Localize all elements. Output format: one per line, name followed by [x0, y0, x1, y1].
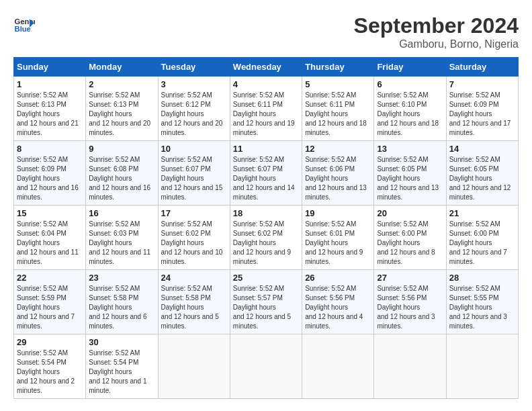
- day-cell-11: 11 Sunrise: 5:52 AMSunset: 6:07 PMDaylig…: [230, 141, 302, 205]
- day-cell-14: 14 Sunrise: 5:52 AMSunset: 6:05 PMDaylig…: [446, 141, 518, 205]
- day-number: 9: [89, 144, 154, 154]
- header-thursday: Thursday: [302, 58, 374, 77]
- day-number: 5: [305, 79, 371, 89]
- day-cell-26: 26 Sunrise: 5:52 AMSunset: 5:56 PMDaylig…: [302, 270, 374, 334]
- calendar-week-3: 15 Sunrise: 5:52 AMSunset: 6:04 PMDaylig…: [14, 205, 519, 270]
- calendar-header-row: SundayMondayTuesdayWednesdayThursdayFrid…: [14, 58, 519, 77]
- day-cell-4: 4 Sunrise: 5:52 AMSunset: 6:11 PMDayligh…: [230, 77, 302, 141]
- day-number: 27: [377, 273, 443, 283]
- day-number: 29: [17, 337, 83, 347]
- day-cell-15: 15 Sunrise: 5:52 AMSunset: 6:04 PMDaylig…: [14, 205, 86, 270]
- day-cell-8: 8 Sunrise: 5:52 AMSunset: 6:09 PMDayligh…: [14, 141, 86, 205]
- day-info: Sunrise: 5:52 AMSunset: 5:56 PMDaylight …: [305, 284, 371, 331]
- day-cell-1: 1 Sunrise: 5:52 AMSunset: 6:13 PMDayligh…: [14, 77, 86, 141]
- day-cell-7: 7 Sunrise: 5:52 AMSunset: 6:09 PMDayligh…: [446, 77, 518, 141]
- day-info: Sunrise: 5:52 AMSunset: 5:59 PMDaylight …: [17, 284, 83, 331]
- day-info: Sunrise: 5:52 AMSunset: 6:06 PMDaylight …: [305, 155, 371, 202]
- day-number: 6: [377, 79, 443, 89]
- day-cell-16: 16 Sunrise: 5:52 AMSunset: 6:03 PMDaylig…: [86, 205, 158, 270]
- day-cell-22: 22 Sunrise: 5:52 AMSunset: 5:59 PMDaylig…: [14, 270, 86, 334]
- day-number: 7: [449, 79, 515, 89]
- day-number: 30: [89, 337, 154, 347]
- day-info: Sunrise: 5:52 AMSunset: 6:08 PMDaylight …: [89, 155, 154, 202]
- day-cell-12: 12 Sunrise: 5:52 AMSunset: 6:06 PMDaylig…: [302, 141, 374, 205]
- title-area: September 2024 Gamboru, Borno, Nigeria: [354, 13, 519, 50]
- day-number: 17: [161, 208, 227, 218]
- day-number: 21: [449, 208, 515, 218]
- header-saturday: Saturday: [446, 58, 518, 77]
- calendar-week-2: 8 Sunrise: 5:52 AMSunset: 6:09 PMDayligh…: [14, 141, 519, 205]
- day-info: Sunrise: 5:52 AMSunset: 6:07 PMDaylight …: [233, 155, 299, 202]
- day-number: 1: [17, 79, 83, 89]
- day-cell-5: 5 Sunrise: 5:52 AMSunset: 6:11 PMDayligh…: [302, 77, 374, 141]
- day-cell-19: 19 Sunrise: 5:52 AMSunset: 6:01 PMDaylig…: [302, 205, 374, 270]
- day-info: Sunrise: 5:52 AMSunset: 5:54 PMDaylight …: [89, 349, 154, 396]
- day-number: 11: [233, 144, 299, 154]
- day-info: Sunrise: 5:52 AMSunset: 6:01 PMDaylight …: [305, 220, 371, 267]
- day-cell-27: 27 Sunrise: 5:52 AMSunset: 5:56 PMDaylig…: [374, 270, 446, 334]
- day-number: 2: [89, 79, 154, 89]
- day-cell-29: 29 Sunrise: 5:52 AMSunset: 5:54 PMDaylig…: [14, 334, 86, 399]
- day-info: Sunrise: 5:52 AMSunset: 6:05 PMDaylight …: [449, 155, 515, 202]
- day-info: Sunrise: 5:52 AMSunset: 6:10 PMDaylight …: [377, 91, 443, 138]
- day-info: Sunrise: 5:52 AMSunset: 6:09 PMDaylight …: [17, 155, 83, 202]
- location-subtitle: Gamboru, Borno, Nigeria: [354, 38, 519, 50]
- header-sunday: Sunday: [14, 58, 86, 77]
- empty-cell: [230, 334, 302, 399]
- day-number: 26: [305, 273, 371, 283]
- day-cell-24: 24 Sunrise: 5:52 AMSunset: 5:58 PMDaylig…: [158, 270, 230, 334]
- header-wednesday: Wednesday: [230, 58, 302, 77]
- day-number: 13: [377, 144, 443, 154]
- empty-cell: [374, 334, 446, 399]
- day-cell-30: 30 Sunrise: 5:52 AMSunset: 5:54 PMDaylig…: [86, 334, 158, 399]
- header-monday: Monday: [86, 58, 158, 77]
- day-info: Sunrise: 5:52 AMSunset: 5:58 PMDaylight …: [89, 284, 154, 331]
- day-cell-13: 13 Sunrise: 5:52 AMSunset: 6:05 PMDaylig…: [374, 141, 446, 205]
- day-number: 20: [377, 208, 443, 218]
- logo: General Blue: [13, 13, 35, 35]
- day-info: Sunrise: 5:52 AMSunset: 6:07 PMDaylight …: [161, 155, 227, 202]
- empty-cell: [446, 334, 518, 399]
- day-info: Sunrise: 5:52 AMSunset: 6:12 PMDaylight …: [161, 91, 227, 138]
- empty-cell: [158, 334, 230, 399]
- day-number: 15: [17, 208, 83, 218]
- day-cell-3: 3 Sunrise: 5:52 AMSunset: 6:12 PMDayligh…: [158, 77, 230, 141]
- day-info: Sunrise: 5:52 AMSunset: 6:05 PMDaylight …: [377, 155, 443, 202]
- day-number: 12: [305, 144, 371, 154]
- day-info: Sunrise: 5:52 AMSunset: 6:13 PMDaylight …: [89, 91, 154, 138]
- header: General Blue September 2024 Gamboru, Bor…: [13, 13, 519, 50]
- day-info: Sunrise: 5:52 AMSunset: 5:56 PMDaylight …: [377, 284, 443, 331]
- header-friday: Friday: [374, 58, 446, 77]
- day-cell-10: 10 Sunrise: 5:52 AMSunset: 6:07 PMDaylig…: [158, 141, 230, 205]
- day-number: 23: [89, 273, 154, 283]
- day-number: 3: [161, 79, 227, 89]
- day-info: Sunrise: 5:52 AMSunset: 6:03 PMDaylight …: [89, 220, 154, 267]
- day-info: Sunrise: 5:52 AMSunset: 6:02 PMDaylight …: [233, 220, 299, 267]
- day-cell-28: 28 Sunrise: 5:52 AMSunset: 5:55 PMDaylig…: [446, 270, 518, 334]
- day-info: Sunrise: 5:52 AMSunset: 5:57 PMDaylight …: [233, 284, 299, 331]
- day-info: Sunrise: 5:52 AMSunset: 6:00 PMDaylight …: [449, 220, 515, 267]
- day-info: Sunrise: 5:52 AMSunset: 5:54 PMDaylight …: [17, 349, 83, 396]
- day-number: 14: [449, 144, 515, 154]
- day-info: Sunrise: 5:52 AMSunset: 6:04 PMDaylight …: [17, 220, 83, 267]
- day-cell-6: 6 Sunrise: 5:52 AMSunset: 6:10 PMDayligh…: [374, 77, 446, 141]
- day-info: Sunrise: 5:52 AMSunset: 6:00 PMDaylight …: [377, 220, 443, 267]
- day-info: Sunrise: 5:52 AMSunset: 6:13 PMDaylight …: [17, 91, 83, 138]
- svg-text:Blue: Blue: [15, 25, 31, 33]
- day-info: Sunrise: 5:52 AMSunset: 6:02 PMDaylight …: [161, 220, 227, 267]
- day-info: Sunrise: 5:52 AMSunset: 6:09 PMDaylight …: [449, 91, 515, 138]
- day-cell-18: 18 Sunrise: 5:52 AMSunset: 6:02 PMDaylig…: [230, 205, 302, 270]
- day-cell-21: 21 Sunrise: 5:52 AMSunset: 6:00 PMDaylig…: [446, 205, 518, 270]
- calendar-week-5: 29 Sunrise: 5:52 AMSunset: 5:54 PMDaylig…: [14, 334, 519, 399]
- day-number: 28: [449, 273, 515, 283]
- day-cell-20: 20 Sunrise: 5:52 AMSunset: 6:00 PMDaylig…: [374, 205, 446, 270]
- day-cell-2: 2 Sunrise: 5:52 AMSunset: 6:13 PMDayligh…: [86, 77, 158, 141]
- day-info: Sunrise: 5:52 AMSunset: 5:55 PMDaylight …: [449, 284, 515, 331]
- logo-icon: General Blue: [13, 13, 35, 35]
- day-cell-17: 17 Sunrise: 5:52 AMSunset: 6:02 PMDaylig…: [158, 205, 230, 270]
- day-info: Sunrise: 5:52 AMSunset: 5:58 PMDaylight …: [161, 284, 227, 331]
- day-info: Sunrise: 5:52 AMSunset: 6:11 PMDaylight …: [305, 91, 371, 138]
- day-number: 8: [17, 144, 83, 154]
- calendar-table: SundayMondayTuesdayWednesdayThursdayFrid…: [13, 57, 519, 399]
- empty-cell: [302, 334, 374, 399]
